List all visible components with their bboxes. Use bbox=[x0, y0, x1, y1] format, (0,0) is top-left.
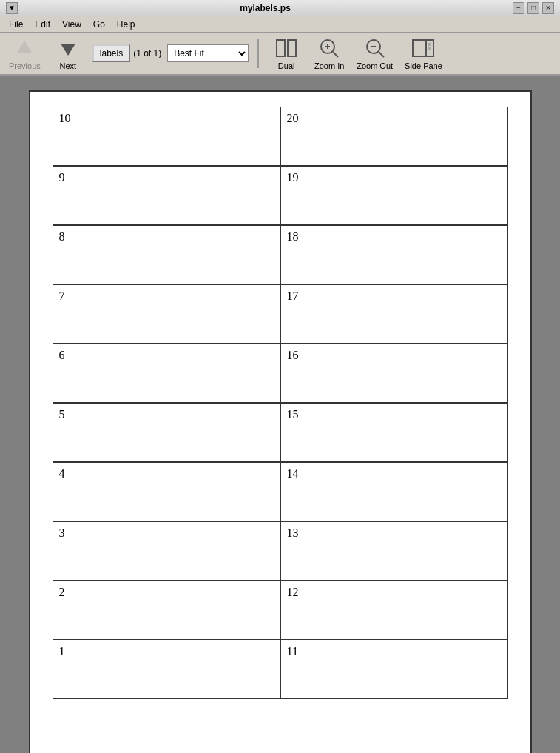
label-cell: 2 bbox=[53, 580, 280, 640]
label-cell: 14 bbox=[280, 462, 508, 521]
label-cell: 13 bbox=[280, 521, 508, 580]
fit-select[interactable]: Best Fit 25% 50% 75% 100% 150% 200% bbox=[167, 44, 249, 62]
dual-icon bbox=[274, 36, 298, 60]
menu-go[interactable]: Go bbox=[87, 18, 111, 31]
title-bar-controls: − □ ✕ bbox=[513, 2, 554, 14]
menu-view[interactable]: View bbox=[56, 18, 87, 31]
maximize-button[interactable]: □ bbox=[527, 2, 539, 14]
menu-help[interactable]: Help bbox=[111, 18, 141, 31]
title-bar-menu-btn[interactable]: ▼ bbox=[6, 2, 18, 14]
zoom-out-button[interactable]: Zoom Out bbox=[354, 35, 396, 72]
svg-rect-14 bbox=[428, 47, 431, 50]
zoom-in-icon bbox=[317, 36, 341, 60]
label-cell: 1 bbox=[53, 640, 280, 699]
dual-label: Dual bbox=[278, 61, 295, 70]
label-cell: 12 bbox=[280, 580, 508, 640]
label-cell: 20 bbox=[280, 107, 508, 166]
next-label: Next bbox=[59, 61, 76, 70]
toolbar: Previous Next labels (1 of 1) Best Fit 2… bbox=[0, 33, 560, 76]
next-icon bbox=[56, 36, 80, 60]
label-cell: 3 bbox=[53, 521, 280, 580]
minimize-button[interactable]: − bbox=[513, 2, 524, 14]
svg-marker-0 bbox=[17, 41, 32, 53]
toolbar-separator bbox=[257, 39, 259, 68]
svg-rect-13 bbox=[428, 43, 431, 46]
label-cell: 4 bbox=[53, 462, 280, 521]
label-cell: 5 bbox=[53, 403, 280, 462]
menu-bar: File Edit View Go Help bbox=[0, 16, 560, 33]
page-info: (1 of 1) bbox=[133, 48, 161, 58]
labels-button[interactable]: labels bbox=[92, 44, 130, 62]
label-cell: 11 bbox=[280, 640, 508, 699]
label-cell: 19 bbox=[280, 166, 508, 225]
content-area: 1020919818717616515414313212111 bbox=[0, 76, 560, 753]
zoom-out-label: Zoom Out bbox=[357, 61, 393, 70]
svg-rect-3 bbox=[288, 40, 296, 56]
label-cell: 6 bbox=[53, 344, 280, 403]
label-cell: 16 bbox=[280, 344, 508, 403]
next-button[interactable]: Next bbox=[50, 35, 87, 72]
dual-button[interactable]: Dual bbox=[268, 35, 305, 72]
label-cell: 8 bbox=[53, 225, 280, 284]
zoom-out-icon bbox=[363, 36, 387, 60]
menu-file[interactable]: File bbox=[3, 18, 29, 31]
close-button[interactable]: ✕ bbox=[542, 2, 554, 14]
label-cell: 10 bbox=[53, 107, 280, 166]
window-title: mylabels.ps bbox=[18, 3, 513, 13]
label-cell: 7 bbox=[53, 284, 280, 344]
page: 1020919818717616515414313212111 bbox=[29, 90, 532, 753]
zoom-in-label: Zoom In bbox=[314, 61, 344, 70]
label-cell: 9 bbox=[53, 166, 280, 225]
zoom-in-button[interactable]: Zoom In bbox=[311, 35, 348, 72]
title-bar: ▼ mylabels.ps − □ ✕ bbox=[0, 0, 560, 16]
label-cell: 18 bbox=[280, 225, 508, 284]
previous-label: Previous bbox=[9, 61, 41, 70]
svg-line-7 bbox=[333, 52, 338, 57]
labels-grid: 1020919818717616515414313212111 bbox=[53, 107, 508, 699]
previous-icon bbox=[13, 36, 36, 60]
side-pane-button[interactable]: Side Pane bbox=[402, 35, 445, 72]
side-pane-label: Side Pane bbox=[405, 61, 442, 70]
label-area: labels (1 of 1) bbox=[92, 44, 161, 62]
label-cell: 17 bbox=[280, 284, 508, 344]
svg-marker-1 bbox=[61, 44, 75, 56]
side-pane-icon bbox=[411, 36, 435, 60]
svg-rect-2 bbox=[277, 40, 285, 56]
menu-edit[interactable]: Edit bbox=[29, 18, 56, 31]
label-cell: 15 bbox=[280, 403, 508, 462]
previous-button[interactable]: Previous bbox=[6, 35, 44, 72]
svg-line-10 bbox=[379, 52, 384, 57]
